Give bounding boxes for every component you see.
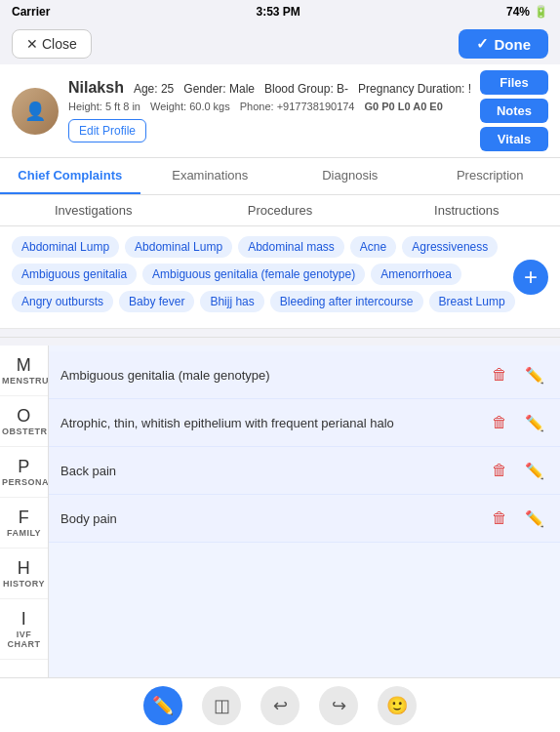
chip-bhijj-has[interactable]: Bhijj has	[200, 291, 263, 312]
primary-tabs: Chief Complaints Examinations Diagnosis …	[0, 158, 560, 195]
edit-record-1-button[interactable]: ✏️	[521, 361, 548, 388]
checkmark-icon: ✓	[476, 35, 489, 53]
tab-diagnosis[interactable]: Diagnosis	[280, 158, 420, 194]
done-label: Done	[495, 36, 532, 53]
delete-record-1-button[interactable]: 🗑	[486, 361, 513, 388]
record-item-3: Back pain 🗑 ✏️	[49, 447, 560, 495]
chips-row-1: Abdominal Lump Abdominal Lump Abdominal …	[12, 236, 548, 258]
layers-tool-button[interactable]: ◫	[202, 686, 241, 725]
time-label: 3:53 PM	[256, 5, 300, 19]
avatar-image: 👤	[24, 101, 46, 122]
side-item-family[interactable]: F FAMILY	[0, 498, 48, 549]
records-list: Ambiguous genitalia (male genotype) 🗑 ✏️…	[49, 346, 560, 697]
record-actions-4: 🗑 ✏️	[486, 505, 548, 532]
chip-ambiguous-genitalia[interactable]: Ambiguous genitalia	[12, 264, 137, 285]
side-item-menstrual[interactable]: M MENSTRUAL	[0, 346, 48, 396]
patient-age: Age: 25	[134, 82, 174, 96]
chips-row-3: Angry outbursts Baby fever Bhijj has Ble…	[12, 291, 548, 312]
bottom-toolbar: ✏️ ◫ ↩ ↪ 🙂	[0, 677, 560, 732]
edit-record-2-button[interactable]: ✏️	[521, 409, 548, 436]
patient-gender: Gender: Male	[183, 82, 255, 96]
add-complaint-button[interactable]: +	[513, 260, 548, 295]
record-item-4: Body pain 🗑 ✏️	[49, 495, 560, 543]
redo-tool-button[interactable]: ↪	[319, 686, 358, 725]
chip-angry-outbursts[interactable]: Angry outbursts	[12, 291, 113, 312]
undo-tool-button[interactable]: ↩	[260, 686, 300, 725]
top-bar: ✕ Close ✓ Done	[0, 23, 560, 64]
chip-ambiguous-genitalia-female[interactable]: Ambiguous genitalia (female genotype)	[142, 264, 365, 285]
record-text-1: Ambiguous genitalia (male genotype)	[60, 368, 486, 383]
files-button[interactable]: Files	[480, 70, 548, 95]
patient-phone: Phone: +917738190174	[240, 99, 355, 115]
chip-acne[interactable]: Acne	[350, 236, 396, 258]
patient-pregnancy: Pregnancy Duration: !	[358, 82, 471, 96]
close-label: Close	[42, 36, 77, 52]
tab-instructions[interactable]: Instructions	[374, 195, 560, 225]
pencil-tool-button[interactable]: ✏️	[143, 686, 182, 725]
layers-icon: ◫	[214, 695, 230, 716]
smiley-tool-button[interactable]: 🙂	[378, 686, 417, 725]
patient-meta: Height: 5 ft 8 in Weight: 60.0 kgs Phone…	[68, 99, 480, 115]
tab-investigations[interactable]: Investigations	[0, 195, 186, 225]
side-item-personal[interactable]: P PERSONAL	[0, 447, 48, 498]
patient-actions: Files Notes Vitals	[480, 70, 548, 151]
chip-amenorrhoea[interactable]: Amenorrhoea	[371, 264, 461, 285]
status-bar: Carrier 3:53 PM 74% 🔋	[0, 0, 560, 23]
record-actions-2: 🗑 ✏️	[486, 409, 548, 436]
patient-info: Nilaksh Age: 25 Gender: Male Blood Group…	[68, 79, 480, 142]
patient-obstetrics: G0 P0 L0 A0 E0	[365, 99, 443, 115]
tab-prescription[interactable]: Prescription	[420, 158, 561, 194]
patient-name: Nilaksh	[68, 79, 124, 97]
close-circle-icon: ✕	[26, 36, 38, 52]
carrier-label: Carrier	[12, 5, 50, 19]
side-item-obstetric[interactable]: O OBSTETRIC	[0, 396, 48, 447]
edit-record-3-button[interactable]: ✏️	[521, 457, 548, 484]
spacer-2	[0, 338, 560, 346]
chip-abdominal-mass[interactable]: Abdominal mass	[238, 236, 344, 258]
side-item-history[interactable]: H HISTORY	[0, 549, 48, 599]
delete-record-3-button[interactable]: 🗑	[486, 457, 513, 484]
undo-icon: ↩	[273, 695, 288, 716]
spacer-1	[0, 329, 560, 337]
content-area: M MENSTRUAL O OBSTETRIC P PERSONAL F FAM…	[0, 346, 560, 697]
record-actions-3: 🗑 ✏️	[486, 457, 548, 484]
record-text-3: Back pain	[60, 464, 486, 478]
patient-height: Height: 5 ft 8 in	[68, 99, 140, 115]
record-actions-1: 🗑 ✏️	[486, 361, 548, 388]
redo-icon: ↪	[332, 695, 346, 716]
close-button[interactable]: ✕ Close	[12, 29, 92, 59]
record-item-2: Atrophic, thin, whitish epithelium with …	[49, 399, 560, 447]
side-panel: M MENSTRUAL O OBSTETRIC P PERSONAL F FAM…	[0, 346, 49, 697]
chips-row-2: Ambiguous genitalia Ambiguous genitalia …	[12, 264, 548, 285]
delete-record-4-button[interactable]: 🗑	[486, 505, 513, 532]
status-right: 74% 🔋	[506, 5, 548, 19]
record-text-4: Body pain	[60, 511, 486, 526]
chip-breast-lump[interactable]: Breast Lump	[429, 291, 515, 312]
patient-weight: Weight: 60.0 kgs	[150, 99, 230, 115]
tab-examinations[interactable]: Examinations	[140, 158, 281, 194]
secondary-tabs: Investigations Procedures Instructions	[0, 195, 560, 226]
chips-area: Abdominal Lump Abdominal Lump Abdominal …	[0, 226, 560, 329]
edit-record-4-button[interactable]: ✏️	[521, 505, 548, 532]
tab-chief-complaints[interactable]: Chief Complaints	[0, 158, 140, 194]
battery-label: 74%	[506, 5, 530, 19]
patient-blood-group: Blood Group: B-	[264, 82, 348, 96]
done-button[interactable]: ✓ Done	[459, 29, 549, 59]
avatar: 👤	[12, 88, 59, 135]
record-item-1: Ambiguous genitalia (male genotype) 🗑 ✏️	[49, 351, 560, 399]
delete-record-2-button[interactable]: 🗑	[486, 409, 513, 436]
pencil-icon: ✏️	[152, 695, 174, 716]
vitals-button[interactable]: Vitals	[480, 127, 548, 151]
notes-button[interactable]: Notes	[480, 99, 548, 123]
chip-agressiveness[interactable]: Agressiveness	[402, 236, 498, 258]
battery-icon: 🔋	[534, 5, 548, 19]
chip-abdominal-lump-1[interactable]: Abdominal Lump	[12, 236, 119, 258]
chip-baby-fever[interactable]: Baby fever	[119, 291, 194, 312]
chip-abdominal-lump-2[interactable]: Abdominal Lump	[125, 236, 232, 258]
tab-procedures[interactable]: Procedures	[186, 195, 373, 225]
side-item-ivf-chart[interactable]: I IVF CHART	[0, 599, 48, 660]
patient-bar: 👤 Nilaksh Age: 25 Gender: Male Blood Gro…	[0, 64, 560, 158]
smiley-icon: 🙂	[386, 695, 408, 716]
edit-profile-button[interactable]: Edit Profile	[68, 119, 146, 142]
chip-bleeding-after-intercourse[interactable]: Bleeding after intercourse	[270, 291, 423, 312]
